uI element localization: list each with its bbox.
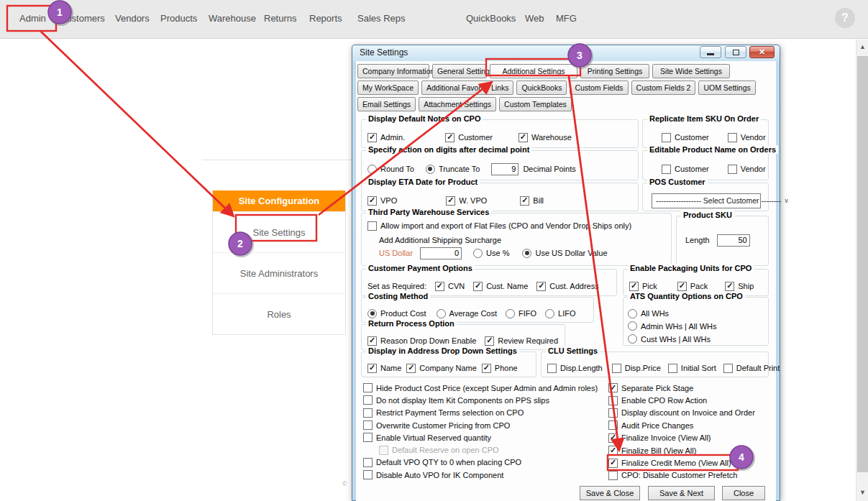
radio-selected[interactable] xyxy=(522,249,531,258)
radio[interactable] xyxy=(545,309,554,318)
checkbox-checked[interactable] xyxy=(608,383,618,392)
checkbox-checked[interactable] xyxy=(367,364,377,373)
option-customer[interactable]: Customer xyxy=(445,133,493,142)
close-button[interactable]: Close xyxy=(722,486,765,500)
checkbox[interactable] xyxy=(662,133,671,142)
nav-item-admin[interactable]: Admin xyxy=(19,13,46,24)
option-truncate-to[interactable]: Truncate To xyxy=(426,165,480,174)
checkbox[interactable] xyxy=(363,458,373,467)
value-input[interactable]: 9 xyxy=(491,163,518,175)
tab-general-settings[interactable]: General Settings xyxy=(432,64,487,78)
nav-item-warehouse[interactable]: Warehouse xyxy=(209,13,256,24)
option-use[interactable]: Use % xyxy=(473,249,509,258)
option-initial-sort[interactable]: Initial Sort xyxy=(668,364,716,373)
option-enable-virtual-reserved-quantity[interactable]: Enable Virtual Reserved quantity xyxy=(363,431,598,443)
customer-select[interactable]: ------------------ Select Customer -----… xyxy=(652,193,761,208)
maximize-button[interactable] xyxy=(725,46,746,58)
option-finalize-bill-view-all[interactable]: Finalize Bill (View All) xyxy=(608,444,755,456)
option-default-vpo-qty-to-0-when-placing-cpo[interactable]: Default VPO QTY to 0 when placing CPO xyxy=(363,456,598,469)
option-w-vpo[interactable]: W. VPO xyxy=(446,196,487,206)
option-cust-name[interactable]: Cust. Name xyxy=(473,282,528,291)
scrollbar-thumb[interactable] xyxy=(857,56,868,472)
checkbox[interactable] xyxy=(668,364,677,373)
value-input[interactable]: 0 xyxy=(420,247,462,259)
option-all-whs[interactable]: All WHs xyxy=(628,309,669,318)
save-close-button[interactable]: Save & Close xyxy=(580,486,640,500)
option-restrict-payment-terms-selection-on-cpo[interactable]: Restrict Payment Terms selection on CPO xyxy=(363,407,598,419)
nav-item-web[interactable]: Web xyxy=(525,13,544,24)
radio[interactable] xyxy=(628,309,637,318)
option-default-print[interactable]: Default Print xyxy=(723,364,780,373)
sidebar-item-roles[interactable]: Roles xyxy=(213,293,345,334)
option-allow-import-and-export-of-flat-files-cpo-and-vendor-drop-ships-only[interactable]: Allow import and export of Flat Files (C… xyxy=(367,221,631,231)
option-do-not-display-item-kit-components-on-pps-slips[interactable]: Do not display Item Kit Components on PP… xyxy=(363,394,598,406)
nav-item-returns[interactable]: Returns xyxy=(264,13,297,24)
option-9[interactable]: 9 xyxy=(491,163,518,175)
option-cvn[interactable]: CVN xyxy=(435,282,465,291)
tab-site-wide-settings[interactable]: Site Wide Settings xyxy=(652,64,730,78)
option-round-to[interactable]: Round To xyxy=(367,165,414,174)
checkbox-checked[interactable] xyxy=(629,282,639,291)
tab-my-workspace[interactable]: My WorkSpace xyxy=(357,81,419,95)
option-cpo-disable-customer-prefetch[interactable]: CPO: Disable Customer Prefetch xyxy=(608,469,755,482)
option-pack[interactable]: Pack xyxy=(677,282,708,291)
checkbox-checked[interactable] xyxy=(367,133,377,142)
radio-selected[interactable] xyxy=(367,309,377,318)
tab-custom-fields-2[interactable]: Custom Fields 2 xyxy=(631,81,696,95)
tab-printing-settings[interactable]: Printing Settings xyxy=(580,64,649,78)
radio[interactable] xyxy=(628,334,637,344)
checkbox[interactable] xyxy=(363,395,373,405)
tab-additional-favorite-links[interactable]: Additional Favorite Links xyxy=(421,81,513,95)
option-disp-length[interactable]: Disp.Length xyxy=(547,364,603,373)
nav-item-mfg[interactable]: MFG xyxy=(556,13,577,24)
value-input[interactable]: 50 xyxy=(717,234,750,247)
nav-item-quickbooks[interactable]: QuickBooks xyxy=(466,13,516,24)
option-disp-price[interactable]: Disp.Price xyxy=(612,364,661,373)
option-review-required[interactable]: Review Required xyxy=(485,336,558,346)
tab-additional-settings[interactable]: Additional Settings xyxy=(490,64,577,78)
minimize-button[interactable] xyxy=(700,46,721,58)
checkbox[interactable] xyxy=(723,364,733,373)
scroll-up-icon[interactable]: ▲ xyxy=(856,40,868,54)
option-50[interactable]: 50 xyxy=(717,234,750,247)
checkbox-checked[interactable] xyxy=(482,364,491,373)
option-finalize-credit-memo-view-all[interactable]: Finalize Credit Memo (View All) xyxy=(608,456,755,469)
option-admin[interactable]: Admin. xyxy=(367,133,405,142)
tab-uom-settings[interactable]: UOM Settings xyxy=(698,81,755,95)
nav-item-vendors[interactable]: Vendors xyxy=(115,13,150,24)
option-bill[interactable]: Bill xyxy=(520,196,544,206)
tab-custom-fields[interactable]: Custom Fields xyxy=(570,81,628,95)
checkbox-checked[interactable] xyxy=(518,133,528,142)
option-company-name[interactable]: Company Name xyxy=(406,364,476,373)
nav-item-reports[interactable]: Reports xyxy=(309,13,342,24)
option-hide-product-cost-price-except-super-admin-and-admin-roles[interactable]: Hide Product Cost Price (except Super Ad… xyxy=(363,382,598,394)
scroll-down-icon[interactable]: ▼ xyxy=(856,485,868,500)
option-use-us-dollar-value[interactable]: Use US Dollar Value xyxy=(522,249,607,258)
option-cust-address[interactable]: Cust. Address xyxy=(536,282,598,291)
checkbox[interactable] xyxy=(728,133,737,142)
option-customer[interactable]: Customer xyxy=(662,133,709,142)
help-icon[interactable]: ? xyxy=(835,8,855,28)
checkbox-checked[interactable] xyxy=(435,282,444,291)
tab-attachment-settings[interactable]: Attachment Settings xyxy=(419,97,496,111)
option-enable-cpo-row-action[interactable]: Enable CPO Row Action xyxy=(608,394,755,406)
option-product-cost[interactable]: Product Cost xyxy=(367,309,426,318)
checkbox-checked[interactable] xyxy=(608,459,618,468)
checkbox-checked[interactable] xyxy=(725,282,734,291)
option-0[interactable]: 0 xyxy=(420,247,462,259)
radio[interactable] xyxy=(506,309,515,318)
option-separate-pick-stage[interactable]: Separate Pick Stage xyxy=(608,382,755,394)
close-button[interactable]: ✕ xyxy=(749,46,775,58)
checkbox[interactable] xyxy=(547,364,557,373)
checkbox[interactable] xyxy=(363,383,373,392)
save-next-button[interactable]: Save & Next xyxy=(648,486,715,500)
option-lifo[interactable]: LIFO xyxy=(545,309,575,318)
option-disable-auto-vpo-for-ik-component[interactable]: Disable Auto VPO for IK Component xyxy=(363,469,598,481)
checkbox-checked[interactable] xyxy=(406,364,416,373)
tab-email-settings[interactable]: Email Settings xyxy=(357,97,416,111)
option-reason-drop-down-enable[interactable]: Reason Drop Down Enable xyxy=(367,336,476,346)
checkbox[interactable] xyxy=(728,165,737,174)
checkbox-checked[interactable] xyxy=(608,433,618,443)
option-cust-whs-all-whs[interactable]: Cust WHs | All WHs xyxy=(628,334,711,344)
nav-item-customers[interactable]: Customers xyxy=(60,13,105,24)
